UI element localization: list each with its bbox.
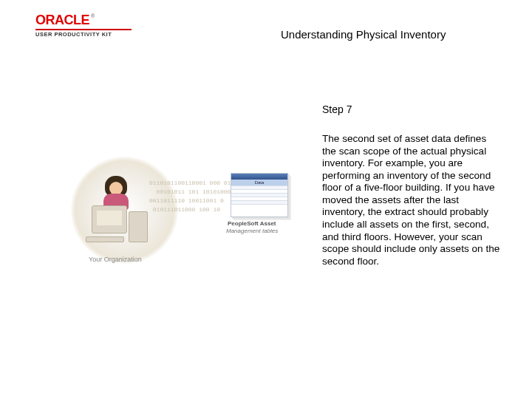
page-title: Understanding Physical Inventory — [281, 28, 446, 41]
workstation-caption: Your Organization — [89, 256, 142, 263]
illustration: 0110101100110001 000 01 00101011 101 101… — [46, 157, 290, 290]
person-icon — [100, 176, 133, 208]
data-stream-icon: 0110101100110001 000 01 00101011 101 101… — [149, 179, 234, 214]
brand-rule — [35, 29, 132, 30]
brand-tm: ® — [91, 13, 95, 18]
db-label-line2: Management tables — [226, 228, 278, 234]
db-label-line1: PeopleSoft Asset — [228, 220, 276, 227]
step-label: Step 7 — [322, 103, 352, 115]
body-copy: The second set of asset data defines the… — [322, 133, 502, 267]
db-inset-title: Data — [231, 180, 287, 185]
database-table-icon: Data — [231, 173, 288, 217]
brand-logo: ORACLE® USER PRODUCTIVITY KIT — [35, 13, 146, 38]
brand-main: ORACLE — [35, 13, 89, 27]
brand-sub: USER PRODUCTIVITY KIT — [35, 31, 146, 38]
